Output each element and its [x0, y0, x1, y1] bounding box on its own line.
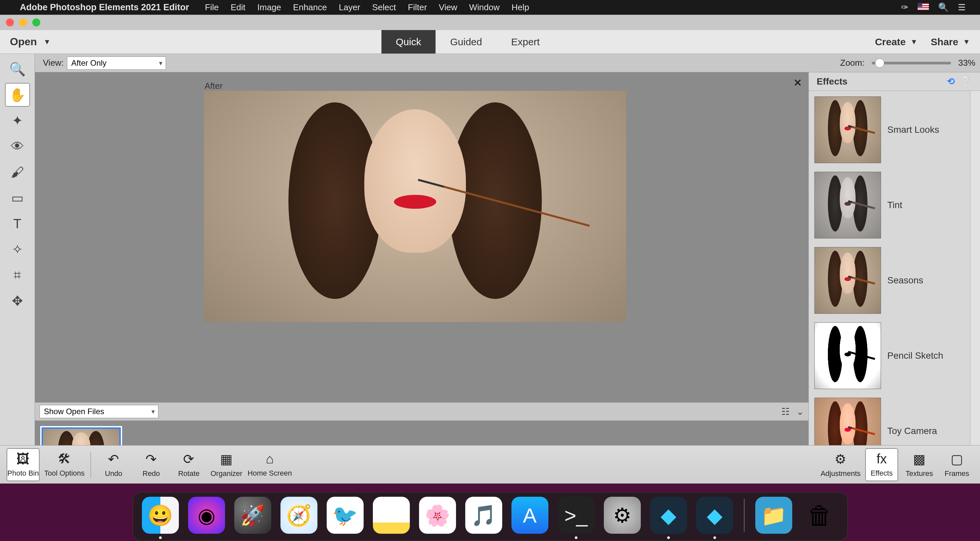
- tray-input-flag-icon[interactable]: [918, 2, 929, 13]
- bottombar-frames-button[interactable]: ▢Frames: [940, 448, 974, 481]
- bottombar-organizer-button[interactable]: ▦Organizer: [210, 448, 243, 481]
- photobin-dropdown[interactable]: Show Open Files: [40, 405, 158, 418]
- bottombar-tool-options-button[interactable]: 🛠Tool Options: [44, 448, 84, 481]
- app-name[interactable]: Adobe Photoshop Elements 2021 Editor: [20, 2, 189, 13]
- separator: [91, 452, 91, 477]
- scrollbar[interactable]: [970, 91, 980, 484]
- help-icon[interactable]: ❔: [961, 76, 972, 87]
- zoom-slider[interactable]: [872, 62, 951, 64]
- create-button[interactable]: Create ▼: [875, 36, 918, 48]
- bottombar-rotate-button[interactable]: ⟳Rotate: [172, 448, 205, 481]
- effects-list[interactable]: Smart LooksTintSeasonsPencil SketchToy C…: [809, 91, 970, 484]
- hand-tool[interactable]: ✋: [5, 83, 30, 107]
- photobin-chevron-icon[interactable]: ⌄: [796, 406, 804, 417]
- effect-thumbnail[interactable]: [815, 323, 881, 389]
- bottombar-effects-button[interactable]: fxEffects: [865, 448, 898, 481]
- bottombar-textures-button[interactable]: ▩Textures: [903, 448, 936, 481]
- photobin-list-icon[interactable]: ☷: [781, 406, 790, 417]
- zoom-tool[interactable]: 🔍: [5, 57, 30, 81]
- bottombar-undo-button[interactable]: ↶Undo: [97, 448, 130, 481]
- menu-window[interactable]: Window: [469, 2, 500, 13]
- straighten-tool[interactable]: ▭: [5, 186, 30, 210]
- dock-photos-icon[interactable]: 🌸: [419, 497, 456, 534]
- canvas-area[interactable]: ✕ After: [35, 72, 808, 402]
- dock-settings-icon[interactable]: ⚙: [604, 497, 641, 534]
- dock-separator: [744, 499, 745, 532]
- menu-layer[interactable]: Layer: [339, 2, 360, 13]
- dock-tray: 😀 ◉ 🚀 🧭 🐦 🌸 🎵 A >_ ⚙ ◆ ◆ 📁 🗑: [133, 492, 848, 541]
- crop-tool[interactable]: ⌗: [5, 263, 30, 287]
- zoom-slider-thumb[interactable]: [875, 59, 884, 68]
- close-document-icon[interactable]: ✕: [794, 77, 802, 88]
- redo-icon: ↷: [145, 452, 157, 467]
- effects-icon: fx: [877, 452, 887, 466]
- tray-spotlight-icon[interactable]: 🔍: [938, 2, 949, 13]
- effect-thumbnail[interactable]: [815, 97, 881, 163]
- menu-enhance[interactable]: Enhance: [293, 2, 327, 13]
- organizer-icon: ▦: [220, 452, 232, 467]
- macos-menubar: Adobe Photoshop Elements 2021 Editor Fil…: [0, 0, 980, 14]
- dock-pse-editor-icon[interactable]: ◆: [696, 497, 733, 534]
- spot-heal-tool[interactable]: ✧: [5, 238, 30, 261]
- bottombar-label: Redo: [143, 469, 160, 478]
- view-dropdown[interactable]: After Only: [67, 56, 166, 70]
- effect-thumbnail[interactable]: [815, 247, 881, 313]
- dock-notes-icon[interactable]: [373, 497, 410, 534]
- window-titlebar[interactable]: [0, 15, 980, 30]
- menu-view[interactable]: View: [439, 2, 457, 13]
- move-tool[interactable]: ✥: [5, 289, 30, 313]
- dock-trash-icon[interactable]: 🗑: [802, 497, 838, 534]
- tray-control-center-icon[interactable]: ☰: [958, 2, 966, 13]
- effect-item[interactable]: Pencil Sketch: [815, 323, 964, 389]
- bottombar-home-screen-button[interactable]: ⌂Home Screen: [248, 448, 292, 481]
- menu-edit[interactable]: Edit: [231, 2, 245, 13]
- document-canvas[interactable]: [204, 91, 626, 322]
- textures-icon: ▩: [913, 452, 926, 467]
- tab-quick[interactable]: Quick: [382, 30, 436, 54]
- effect-item[interactable]: Smart Looks: [815, 97, 964, 163]
- dock-music-icon[interactable]: 🎵: [465, 497, 502, 534]
- dock-launchpad-icon[interactable]: 🚀: [234, 497, 271, 534]
- tab-expert[interactable]: Expert: [496, 30, 554, 54]
- dock-appstore-icon[interactable]: A: [511, 497, 549, 534]
- bottombar-label: Undo: [105, 469, 123, 478]
- quick-select-tool[interactable]: ✦: [5, 109, 30, 132]
- dock-finder-icon[interactable]: 😀: [142, 497, 179, 534]
- window-zoom-button[interactable]: [32, 19, 40, 26]
- canvas-label: After: [205, 81, 223, 91]
- bottombar-adjustments-button[interactable]: ⚙Adjustments: [821, 448, 861, 481]
- frames-icon: ▢: [951, 452, 963, 467]
- effect-item[interactable]: Tint: [815, 172, 964, 238]
- effects-panel: Effects ⟲ ❔ Smart LooksTintSeasonsPencil…: [808, 72, 980, 484]
- effect-item[interactable]: Seasons: [815, 247, 964, 313]
- effect-name: Toy Camera: [887, 426, 937, 436]
- bottombar-photo-bin-button[interactable]: 🖼Photo Bin: [6, 448, 40, 481]
- window-close-button[interactable]: [6, 19, 14, 26]
- dock-terminal-icon[interactable]: >_: [558, 497, 595, 534]
- dock-safari-icon[interactable]: 🧭: [280, 497, 317, 534]
- whiten-tool[interactable]: 🖌: [5, 160, 30, 184]
- tray-misc-icon[interactable]: ✑: [901, 2, 908, 13]
- eye-tool[interactable]: 👁: [5, 134, 30, 158]
- dock-downloads-icon[interactable]: 📁: [755, 497, 792, 534]
- menu-select[interactable]: Select: [372, 2, 396, 13]
- tab-guided[interactable]: Guided: [436, 30, 496, 54]
- effect-name: Seasons: [887, 275, 923, 286]
- bottombar-label: Photo Bin: [7, 469, 38, 477]
- menu-file[interactable]: File: [205, 2, 219, 13]
- menu-image[interactable]: Image: [258, 2, 281, 13]
- bottombar-redo-button[interactable]: ↷Redo: [135, 448, 168, 481]
- bottombar-label: Organizer: [210, 469, 242, 478]
- dock-pse-organizer-icon[interactable]: ◆: [650, 497, 687, 534]
- window-minimize-button[interactable]: [19, 19, 27, 26]
- photobin-dropdown-value: Show Open Files: [44, 407, 104, 416]
- menu-filter[interactable]: Filter: [408, 2, 427, 13]
- share-button[interactable]: Share ▼: [931, 36, 970, 48]
- effect-thumbnail[interactable]: [815, 172, 881, 238]
- type-tool[interactable]: T: [5, 212, 30, 236]
- open-button[interactable]: Open ▼: [0, 30, 61, 54]
- dock-siri-icon[interactable]: ◉: [188, 497, 225, 534]
- dock-mail-icon[interactable]: 🐦: [327, 497, 364, 534]
- menu-help[interactable]: Help: [511, 2, 529, 13]
- reset-icon[interactable]: ⟲: [947, 76, 955, 87]
